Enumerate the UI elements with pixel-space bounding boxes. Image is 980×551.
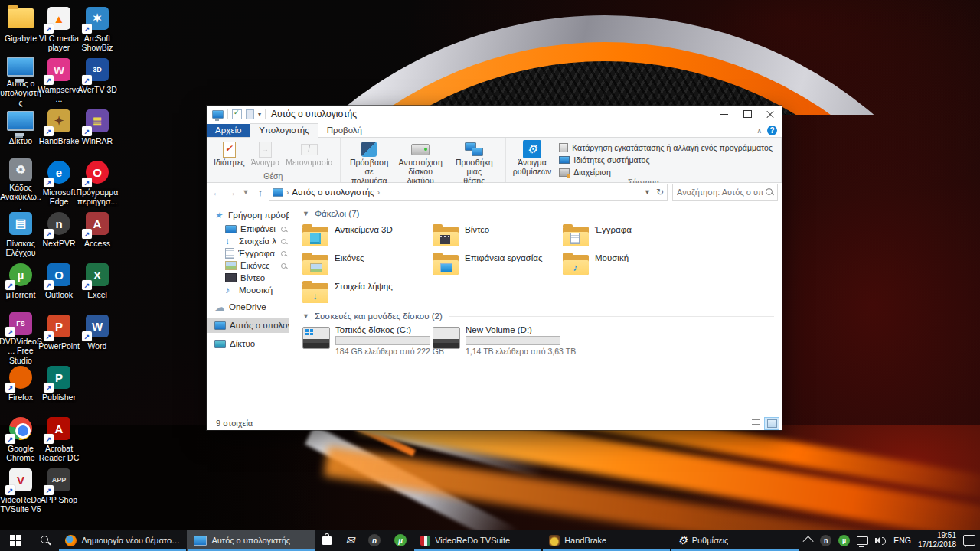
folder-tile[interactable]: Στοιχεία λήψης <box>302 280 433 308</box>
ribbon-button[interactable]: Ιδιότητες <box>211 140 248 168</box>
maximize-button[interactable] <box>736 106 759 122</box>
folders-group-header[interactable]: ▼ Φάκελοι (7) <box>302 206 774 221</box>
breadcrumb-chevron-icon[interactable]: › <box>377 188 380 197</box>
folder-tile[interactable]: Εικόνες <box>302 252 433 280</box>
collapse-group-icon[interactable]: ▼ <box>302 210 309 217</box>
search-input[interactable] <box>673 187 765 197</box>
nav-item[interactable]: OneDrive <box>207 299 289 315</box>
breadcrumb[interactable]: Αυτός ο υπολογιστής <box>292 187 374 197</box>
nav-item[interactable]: Γρήγορη πρόσβαση <box>207 207 289 223</box>
show-hidden-icons-chevron[interactable] <box>805 536 813 544</box>
desktop-icon[interactable]: ▤ Πίνακας Ελέγχου <box>2 210 40 261</box>
open-settings-button[interactable]: Άνοιγμα ρυθμίσεων <box>510 140 555 178</box>
address-box[interactable]: › Αυτός ο υπολογιστής › ▼ ↻ <box>269 184 668 201</box>
taskbar-button[interactable]: Δημιουργία νέου θέματος - Inso... <box>58 530 187 551</box>
desktop-icon[interactable]: 3D AVerTV 3D <box>78 56 116 107</box>
utorrent-tray-icon[interactable]: µ <box>838 535 850 546</box>
search-icon[interactable] <box>765 187 774 197</box>
desktop-icon[interactable]: O Outlook <box>40 261 78 312</box>
network-tray-icon[interactable] <box>857 536 868 545</box>
volume-tray-icon[interactable] <box>875 536 887 545</box>
customize-qat-dropdown-icon[interactable]: ▾ <box>258 111 261 118</box>
desktop-icon[interactable]: Google Chrome <box>2 415 40 466</box>
desktop-icon[interactable]: n NextPVR <box>40 210 78 261</box>
new-folder-icon[interactable] <box>246 109 254 119</box>
nav-item[interactable]: Βίντεο <box>207 272 289 284</box>
details-view-button[interactable] <box>749 417 763 429</box>
taskbar-button[interactable]: n <box>361 530 387 551</box>
tab-computer[interactable]: Υπολογιστής <box>250 123 318 138</box>
recent-locations-dropdown-icon[interactable]: ▼ <box>240 189 252 196</box>
nav-item[interactable]: Μουσική <box>207 284 289 296</box>
folder-tile[interactable]: Αντικείμενα 3D <box>302 223 433 252</box>
desktop-icon[interactable]: V VideoReDo TVSuite V5 <box>2 466 40 517</box>
ribbon-small-button[interactable]: Ιδιότητες συστήματος <box>559 155 773 165</box>
taskbar-button[interactable]: Αυτός ο υπολογιστής <box>187 530 315 551</box>
nav-item[interactable]: Δίκτυο <box>207 336 289 351</box>
desktop-icon[interactable]: APP APP Shop <box>40 466 78 517</box>
desktop-icon[interactable]: ✶ ArcSoft ShowBiz <box>78 5 116 56</box>
ribbon-small-button[interactable]: Κατάργηση εγκατάστασης ή αλλαγή ενός προ… <box>559 142 773 153</box>
forward-button[interactable]: → <box>225 187 237 197</box>
desktop-icon[interactable]: ✦ HandBrake <box>40 107 78 158</box>
address-dropdown-icon[interactable]: ▼ <box>644 188 651 196</box>
taskbar-button[interactable] <box>315 530 338 551</box>
desktop-icon[interactable]: O Πρόγραμμα περιήγησ... <box>78 158 116 210</box>
desktop-icon[interactable]: Firefox <box>2 364 40 415</box>
desktop-icon[interactable]: W Wampserve... <box>40 56 78 107</box>
desktop-icon[interactable]: ≣ WinRAR <box>78 107 116 158</box>
nav-item[interactable]: Στοιχεία λήψης <box>207 235 289 247</box>
desktop-icon[interactable]: µ μTorrent <box>2 261 40 312</box>
desktop-icon[interactable]: ▲ VLC media player <box>40 5 78 56</box>
desktop-icon[interactable]: Δίκτυο <box>2 107 40 158</box>
ribbon-button[interactable]: Άνοιγμα <box>248 140 283 168</box>
desktop-icon[interactable]: A Acrobat Reader DC <box>40 415 78 466</box>
drive-tile[interactable]: Τοπικός δίσκος (C:) 184 GB ελεύθερα από … <box>302 325 433 354</box>
nav-item[interactable]: Εικόνες <box>207 259 289 272</box>
desktop-icon[interactable]: X Excel <box>78 261 116 312</box>
folder-tile[interactable]: Μουσική <box>563 252 693 280</box>
folder-tile[interactable]: Βίντεο <box>433 223 563 252</box>
desktop-icon[interactable]: ♻ Κάδος Ανακύκλω... <box>2 158 40 210</box>
clock[interactable]: 19:51 17/12/2018 <box>918 531 956 549</box>
ribbon-button[interactable]: Μετονομασία <box>283 140 335 168</box>
collapse-ribbon-icon[interactable]: ∧ <box>756 127 762 135</box>
minimize-button[interactable] <box>713 106 736 122</box>
taskbar-button[interactable]: HandBrake <box>542 530 671 551</box>
breadcrumb-chevron-icon[interactable]: › <box>286 188 289 197</box>
nav-item[interactable]: Επιφάνεια εργασίας <box>207 223 289 235</box>
ribbon-small-button[interactable]: Διαχείριση <box>559 167 773 178</box>
desktop-icon[interactable]: P PowerPoint <box>40 312 78 364</box>
nextpvr-tray-icon[interactable]: n <box>820 535 831 546</box>
desktop-icon[interactable]: FS DVDVideoS... Free Studio <box>2 312 40 364</box>
desktop-icon[interactable]: A Access <box>78 210 116 261</box>
taskbar-button[interactable]: µ <box>387 530 413 551</box>
close-button[interactable] <box>759 106 782 122</box>
help-icon[interactable]: ? <box>767 126 777 135</box>
desktop-icon[interactable]: Gigabyte <box>2 5 40 56</box>
folder-tile[interactable]: Επιφάνεια εργασίας <box>433 252 563 280</box>
start-button[interactable] <box>0 530 31 551</box>
tab-file[interactable]: Αρχείο <box>207 124 250 137</box>
drives-group-header[interactable]: ▼ Συσκευές και μονάδες δίσκου (2) <box>302 308 774 324</box>
properties-icon[interactable] <box>232 109 242 119</box>
nav-item[interactable]: Έγγραφα <box>207 247 289 259</box>
collapse-group-icon[interactable]: ▼ <box>302 312 309 320</box>
taskbar-search-button[interactable] <box>31 530 58 551</box>
drive-tile[interactable]: New Volume (D:) 1,14 TB ελεύθερα από 3,6… <box>433 325 563 354</box>
taskbar-button[interactable]: VideoReDo TVSuite <box>413 530 542 551</box>
refresh-icon[interactable]: ↻ <box>656 187 664 197</box>
titlebar[interactable]: ▾ Αυτός ο υπολογιστής <box>207 106 782 122</box>
folder-tile[interactable]: Έγγραφα <box>563 223 693 252</box>
taskbar-button[interactable]: Ρυθμίσεις <box>671 530 799 551</box>
action-center-icon[interactable] <box>963 535 975 546</box>
desktop-icon[interactable]: Αυτός ο υπολογιστής <box>2 56 40 107</box>
taskbar-button[interactable] <box>338 530 361 551</box>
tab-view[interactable]: Προβολή <box>318 124 371 137</box>
desktop-icon[interactable]: P Publisher <box>40 364 78 415</box>
nav-item[interactable]: Αυτός ο υπολογιστής <box>207 318 289 333</box>
desktop-icon[interactable]: e Microsoft Edge <box>40 158 78 210</box>
large-icons-view-button[interactable] <box>764 417 779 430</box>
language-indicator[interactable]: ENG <box>893 536 911 545</box>
desktop-icon[interactable]: W Word <box>78 312 116 364</box>
